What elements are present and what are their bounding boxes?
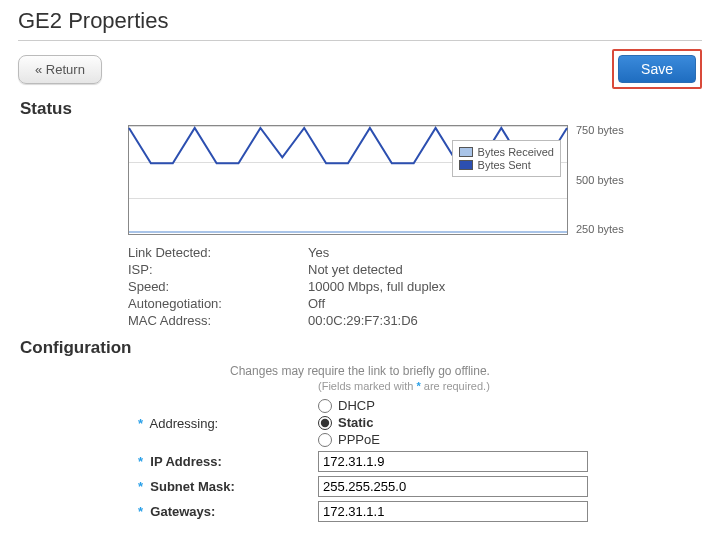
status-chart-block: Bytes Received Bytes Sent 750 bytes 500 … (128, 125, 702, 328)
radio-row-dhcp: DHCP (318, 398, 702, 413)
form-row-ip-address: * IP Address: (18, 451, 702, 472)
radio-row-pppoe: PPPoE (318, 432, 702, 447)
asterisk-icon: * (138, 504, 143, 519)
page-title: GE2 Properties (18, 8, 702, 34)
status-value-autoneg: Off (308, 296, 702, 311)
status-label-isp: ISP: (128, 262, 308, 277)
required-note-post: are required.) (424, 380, 490, 392)
status-heading: Status (20, 99, 702, 119)
gateways-input[interactable] (318, 501, 588, 522)
asterisk-icon: * (138, 454, 143, 469)
status-label-mac: MAC Address: (128, 313, 308, 328)
chart-y-axis-labels: 750 bytes 500 bytes 250 bytes (576, 125, 624, 235)
ip-address-input[interactable] (318, 451, 588, 472)
status-details: Link Detected: Yes ISP: Not yet detected… (128, 245, 702, 328)
top-toolbar: « Return Save (18, 49, 702, 89)
asterisk-icon: * (138, 479, 143, 494)
status-value-speed: 10000 Mbps, full duplex (308, 279, 702, 294)
asterisk-icon: * (416, 380, 420, 392)
radio-label-static[interactable]: Static (338, 415, 373, 430)
traffic-chart: Bytes Received Bytes Sent (128, 125, 568, 235)
ip-address-label-text: IP Address: (150, 454, 222, 469)
radio-label-dhcp[interactable]: DHCP (338, 398, 375, 413)
required-fields-note: (Fields marked with * are required.) (318, 380, 702, 392)
status-value-link-detected: Yes (308, 245, 702, 260)
legend-bytes-sent: Bytes Sent (459, 159, 554, 171)
addressing-radio-group: DHCP Static PPPoE (318, 398, 702, 447)
radio-label-pppoe[interactable]: PPPoE (338, 432, 380, 447)
divider (18, 40, 702, 41)
status-value-mac: 00:0C:29:F7:31:D6 (308, 313, 702, 328)
configuration-heading: Configuration (20, 338, 702, 358)
save-button[interactable]: Save (618, 55, 696, 83)
status-label-autoneg: Autonegotiation: (128, 296, 308, 311)
gateways-label-text: Gateways: (150, 504, 215, 519)
asterisk-icon: * (138, 416, 143, 431)
legend-bytes-received: Bytes Received (459, 146, 554, 158)
ylabel-250: 250 bytes (576, 224, 624, 235)
legend-label-bytes-received: Bytes Received (478, 146, 554, 158)
save-highlight-box: Save (612, 49, 702, 89)
return-button[interactable]: « Return (18, 55, 102, 84)
chart-legend: Bytes Received Bytes Sent (452, 140, 561, 177)
form-row-addressing: * Addressing: DHCP Static PPPoE (18, 398, 702, 447)
form-row-subnet-mask: * Subnet Mask: (18, 476, 702, 497)
ylabel-750: 750 bytes (576, 125, 624, 136)
status-row-isp: ISP: Not yet detected (128, 262, 702, 277)
form-label-ip-address: * IP Address: (18, 454, 318, 469)
radio-pppoe[interactable] (318, 433, 332, 447)
addressing-label-text: Addressing: (150, 416, 219, 431)
status-label-speed: Speed: (128, 279, 308, 294)
radio-dhcp[interactable] (318, 399, 332, 413)
form-label-addressing: * Addressing: (18, 398, 318, 431)
swatch-bytes-received (459, 147, 473, 157)
status-label-link-detected: Link Detected: (128, 245, 308, 260)
status-row-speed: Speed: 10000 Mbps, full duplex (128, 279, 702, 294)
subnet-mask-input[interactable] (318, 476, 588, 497)
form-label-gateways: * Gateways: (18, 504, 318, 519)
form-row-gateways: * Gateways: (18, 501, 702, 522)
form-label-subnet-mask: * Subnet Mask: (18, 479, 318, 494)
status-value-isp: Not yet detected (308, 262, 702, 277)
swatch-bytes-sent (459, 160, 473, 170)
subnet-mask-label-text: Subnet Mask: (150, 479, 235, 494)
required-note-pre: (Fields marked with (318, 380, 416, 392)
radio-static[interactable] (318, 416, 332, 430)
legend-label-bytes-sent: Bytes Sent (478, 159, 531, 171)
status-row-autoneg: Autonegotiation: Off (128, 296, 702, 311)
radio-row-static: Static (318, 415, 702, 430)
ylabel-500: 500 bytes (576, 175, 624, 186)
status-row-mac: MAC Address: 00:0C:29:F7:31:D6 (128, 313, 702, 328)
status-row-link-detected: Link Detected: Yes (128, 245, 702, 260)
config-changes-note: Changes may require the link to briefly … (18, 364, 702, 378)
